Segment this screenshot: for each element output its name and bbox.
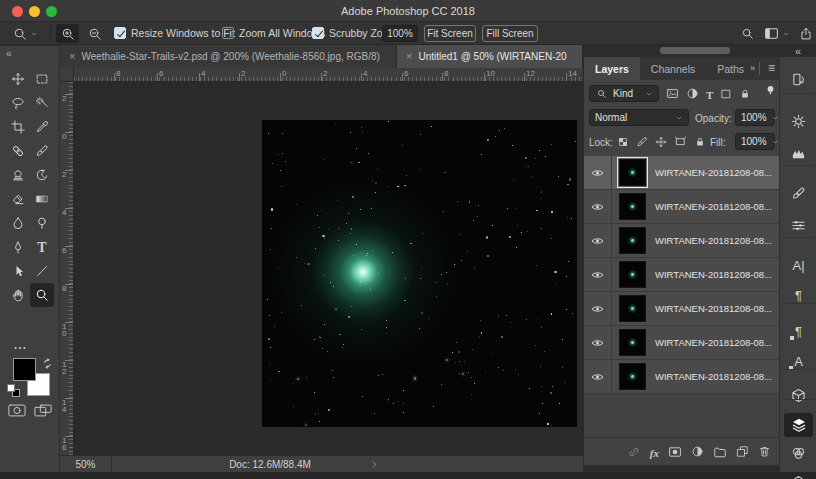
dodge-tool[interactable] [30, 211, 54, 235]
layer-name[interactable]: WIRTANEN-20181208-08... [655, 269, 772, 280]
layer-visibility-toggle[interactable] [584, 326, 612, 360]
layer-visibility-toggle[interactable] [584, 258, 612, 292]
eyedropper-tool[interactable] [30, 115, 54, 139]
marquee-tool[interactable] [30, 67, 54, 91]
zoom-all-windows-checkbox[interactable]: Zoom All Windows [222, 27, 325, 39]
delete-layer-icon[interactable] [758, 445, 771, 458]
zoom-out-button[interactable] [83, 24, 106, 43]
healing-brush-tool[interactable] [6, 139, 30, 163]
layer-visibility-toggle[interactable] [584, 224, 612, 258]
filter-kind-dropdown[interactable]: Kind [589, 85, 659, 102]
workspace-switcher[interactable] [762, 24, 792, 43]
checkbox[interactable] [114, 27, 126, 39]
layer-row[interactable]: WIRTANEN-20181208-08... [584, 258, 780, 292]
layer-visibility-toggle[interactable] [584, 360, 612, 394]
panel-more-icon[interactable]: » [750, 63, 754, 73]
layer-thumbnail[interactable] [619, 261, 646, 288]
clone-stamp-tool[interactable] [6, 163, 30, 187]
share-button[interactable] [796, 24, 816, 43]
layer-thumbnail[interactable] [619, 329, 646, 356]
foreground-color-swatch[interactable] [13, 358, 36, 381]
layer-thumbnail[interactable] [619, 295, 646, 322]
opacity-field[interactable]: 100% [735, 109, 775, 126]
adjustment-filter-icon[interactable] [686, 87, 699, 100]
image-filter-icon[interactable] [666, 87, 679, 100]
layer-thumbnail[interactable] [619, 363, 646, 390]
default-colors-icon[interactable] [7, 384, 21, 398]
magic-wand-tool[interactable] [30, 91, 54, 115]
brushes-panel-button[interactable] [784, 213, 813, 237]
swap-colors-icon[interactable] [42, 358, 53, 369]
layer-name[interactable]: WIRTANEN-20181208-08... [655, 235, 772, 246]
lasso-tool[interactable] [6, 91, 30, 115]
layer-row[interactable]: WIRTANEN-20181208-08... [584, 224, 780, 258]
lock-move-icon[interactable] [655, 136, 667, 148]
layer-name[interactable]: WIRTANEN-20181208-08... [655, 371, 772, 382]
layer-name[interactable]: WIRTANEN-20181208-08... [655, 167, 772, 178]
panel-menu-icon[interactable]: ≡ [768, 61, 775, 75]
new-layer-icon[interactable] [736, 445, 749, 458]
move-tool[interactable] [6, 67, 30, 91]
layer-visibility-toggle[interactable] [584, 292, 612, 326]
layer-mask-icon[interactable] [668, 445, 682, 459]
layer-visibility-toggle[interactable] [584, 156, 612, 190]
layer-name[interactable]: WIRTANEN-20181208-08... [655, 337, 772, 348]
search-button[interactable] [738, 24, 758, 43]
tab-paths[interactable]: Paths [706, 57, 755, 80]
brush-tool[interactable] [30, 139, 54, 163]
channels-panel-panel-button[interactable] [784, 441, 813, 465]
paths-panel-panel-button[interactable] [784, 465, 813, 479]
layer-thumbnail[interactable] [619, 159, 646, 186]
tab-scrollbar-thumb[interactable] [660, 47, 730, 54]
document-image[interactable] [262, 120, 577, 427]
tab-untitled1[interactable]: × Untitled1 @ 50% (WIRTANEN-20 [397, 45, 583, 68]
line-tool[interactable] [30, 259, 54, 283]
layer-thumbnail[interactable] [619, 227, 646, 254]
three-d-panel-button[interactable] [784, 383, 813, 407]
checkbox[interactable] [312, 27, 324, 39]
collapse-tools-icon[interactable]: « [6, 48, 12, 59]
pen-tool[interactable] [6, 235, 30, 259]
path-select-tool[interactable] [6, 259, 30, 283]
tab-channels[interactable]: Channels [640, 57, 706, 80]
zoom-tool[interactable] [30, 283, 54, 307]
tab-layers[interactable]: Layers [584, 57, 640, 80]
new-group-icon[interactable] [713, 445, 727, 459]
hand-tool[interactable] [6, 283, 30, 307]
link-layers-icon[interactable] [627, 445, 641, 459]
canvas-pasteboard[interactable] [60, 68, 583, 455]
blend-mode-dropdown[interactable]: Normal [589, 109, 689, 126]
fill-field[interactable]: 100% [735, 133, 775, 150]
filter-toggle-icon[interactable] [764, 84, 777, 97]
layers-panel-panel-button[interactable] [784, 413, 813, 437]
adjustments-panel-button[interactable] [784, 109, 813, 133]
edit-toolbar-ellipsis-icon[interactable] [8, 336, 32, 360]
brush-settings-panel-button[interactable] [784, 181, 813, 205]
tool-preset-picker[interactable] [8, 24, 42, 43]
close-tab-icon[interactable]: × [406, 51, 412, 62]
gradient-tool[interactable] [30, 187, 54, 211]
adjustment-layer-icon[interactable] [691, 445, 704, 458]
smart-filter-lock-icon[interactable] [739, 88, 751, 100]
checkbox[interactable] [222, 27, 234, 39]
eraser-tool[interactable] [6, 187, 30, 211]
resize-windows-checkbox[interactable]: Resize Windows to Fit [114, 27, 235, 39]
crop-tool[interactable] [6, 115, 30, 139]
lock-transparent-icon[interactable] [617, 136, 629, 148]
character-panel-button[interactable]: A| [784, 253, 813, 277]
histogram-panel-button[interactable] [784, 141, 813, 165]
layer-thumbnail[interactable] [619, 193, 646, 220]
tab-weethalie[interactable]: × Weethalie-Star-Trails-v2.psd @ 200% (W… [60, 45, 397, 68]
status-zoom-field[interactable]: 50% [60, 456, 112, 472]
type-filter-icon[interactable]: T [706, 85, 713, 103]
history-brush-tool[interactable] [30, 163, 54, 187]
layer-visibility-toggle[interactable] [584, 190, 612, 224]
lock-paint-icon[interactable] [636, 136, 648, 148]
fill-screen-button[interactable]: Fill Screen [482, 25, 538, 42]
layer-effects-icon[interactable]: fx [650, 443, 659, 461]
lock-all-icon[interactable] [694, 136, 706, 148]
fit-screen-button[interactable]: Fit Screen [424, 25, 476, 42]
paragraph-styles-panel-button[interactable]: ¶ [784, 319, 813, 343]
lock-artboard-icon[interactable] [674, 135, 687, 148]
status-chevron-icon[interactable] [370, 460, 379, 469]
